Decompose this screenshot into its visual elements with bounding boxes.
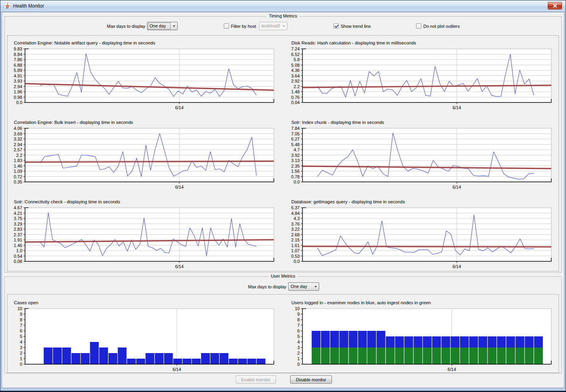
user-metrics-title: User Metrics xyxy=(268,274,298,278)
svg-text:2.35: 2.35 xyxy=(291,164,300,168)
svg-text:1.07: 1.07 xyxy=(291,248,300,253)
svg-text:5.8: 5.8 xyxy=(294,57,300,62)
svg-text:2.68: 2.68 xyxy=(291,232,300,237)
svg-text:2.2: 2.2 xyxy=(294,84,300,89)
svg-text:0: 0 xyxy=(297,362,300,367)
svg-text:2: 2 xyxy=(20,351,22,355)
window-content: Timing Metrics Max days to display One d… xyxy=(2,12,564,388)
svg-text:3.29: 3.29 xyxy=(14,222,22,226)
show-trend-line-checkbox-box[interactable] xyxy=(333,23,339,29)
svg-text:3.64: 3.64 xyxy=(291,73,300,78)
svg-text:6.52: 6.52 xyxy=(291,52,300,57)
svg-text:6/14: 6/14 xyxy=(173,367,181,372)
filter-by-host-label: Filter by host xyxy=(231,24,256,29)
svg-text:6/14: 6/14 xyxy=(448,367,456,372)
close-button[interactable] xyxy=(548,2,562,10)
svg-text:4.84: 4.84 xyxy=(291,211,300,216)
svg-text:0: 0 xyxy=(20,362,22,367)
chevron-down-icon[interactable] xyxy=(171,22,177,30)
svg-text:3.75: 3.75 xyxy=(14,216,22,221)
health-monitor-window: Health Monitor Timing Metrics Max days t… xyxy=(0,0,566,392)
svg-text:6.88: 6.88 xyxy=(14,63,22,68)
svg-text:0.76: 0.76 xyxy=(291,95,300,100)
svg-text:3.22: 3.22 xyxy=(291,227,300,232)
host-filter-combo-value: testHost0 xyxy=(260,22,281,30)
svg-text:0.72: 0.72 xyxy=(14,174,22,179)
chart-cases-open: Cases open1098765432106/14 xyxy=(12,298,277,374)
svg-text:2.57: 2.57 xyxy=(14,147,22,152)
svg-text:0.08: 0.08 xyxy=(14,259,22,264)
svg-text:2.37: 2.37 xyxy=(14,232,22,237)
disable-monitor-button[interactable]: Disable monitor xyxy=(290,375,332,384)
svg-text:0.78: 0.78 xyxy=(291,174,300,179)
filter-by-host-checkbox-box[interactable] xyxy=(224,23,229,29)
svg-text:Solr: Index chunk - displaying: Solr: Index chunk - displaying time in s… xyxy=(291,120,384,125)
svg-text:1: 1 xyxy=(297,356,300,361)
svg-text:0.53: 0.53 xyxy=(291,254,300,259)
svg-text:5.48: 5.48 xyxy=(291,142,300,147)
svg-text:6.27: 6.27 xyxy=(291,137,300,141)
user-metrics-panel: User Metrics Max days to display One day… xyxy=(4,276,562,373)
svg-text:4.91: 4.91 xyxy=(14,73,22,78)
svg-text:4: 4 xyxy=(297,340,300,344)
svg-text:Solr: Connectivity check - dis: Solr: Connectivity check - displaying ti… xyxy=(14,199,120,204)
svg-text:0.0: 0.0 xyxy=(294,259,300,264)
do-not-plot-outliers-label: Do not plot outliers xyxy=(423,24,460,29)
chart-correlation-bulk-insert: Correlation Engine: Bulk insert - displa… xyxy=(12,118,277,191)
svg-text:3.76: 3.76 xyxy=(291,222,300,226)
svg-text:1.46: 1.46 xyxy=(14,164,22,168)
svg-text:1.56: 1.56 xyxy=(291,169,300,174)
svg-text:6/14: 6/14 xyxy=(452,185,461,189)
svg-text:1.91: 1.91 xyxy=(14,238,22,242)
svg-text:2: 2 xyxy=(297,351,300,355)
svg-text:6/14: 6/14 xyxy=(452,264,461,269)
svg-text:4.21: 4.21 xyxy=(14,211,22,216)
svg-text:3: 3 xyxy=(20,345,22,350)
window-title: Health Monitor xyxy=(13,3,44,9)
chart-solr-index-chunk: Solr: Index chunk - displaying time in s… xyxy=(289,118,554,191)
chart-solr-connectivity-check: Solr: Connectivity check - displaying ti… xyxy=(12,197,277,271)
svg-text:1.48: 1.48 xyxy=(291,89,300,94)
chart-users-logged-in: Users logged in - examiner nodes in blue… xyxy=(289,298,554,374)
svg-text:8: 8 xyxy=(297,317,300,322)
svg-text:Correlation Engine: Notable ar: Correlation Engine: Notable artifact que… xyxy=(14,41,155,45)
svg-text:8: 8 xyxy=(20,317,22,322)
svg-text:6/14: 6/14 xyxy=(175,105,183,110)
svg-text:4: 4 xyxy=(20,340,22,344)
svg-text:2.92: 2.92 xyxy=(291,79,300,83)
svg-text:Cases open: Cases open xyxy=(14,300,38,305)
show-trend-line-checkbox[interactable]: Show trend line xyxy=(333,23,371,29)
svg-text:9: 9 xyxy=(297,312,300,317)
timing-metrics-panel: Timing Metrics Max days to display One d… xyxy=(4,16,562,272)
svg-text:1.83: 1.83 xyxy=(14,158,22,163)
svg-text:4.36: 4.36 xyxy=(291,68,300,73)
svg-text:2.94: 2.94 xyxy=(14,142,22,147)
chevron-down-icon xyxy=(281,22,287,30)
max-days-combo[interactable]: One day xyxy=(147,22,178,30)
svg-text:2.15: 2.15 xyxy=(291,238,300,242)
chevron-down-icon[interactable] xyxy=(312,283,319,290)
user-charts-box: Cases open1098765432106/14 Users logged … xyxy=(7,294,559,373)
max-days-label: Max days to display xyxy=(107,24,145,29)
do-not-plot-outliers-checkbox-box[interactable] xyxy=(416,23,421,29)
user-max-days-combo[interactable]: One day xyxy=(288,282,319,291)
max-days-combo-value: One day xyxy=(147,22,171,30)
svg-text:2.83: 2.83 xyxy=(14,227,22,232)
svg-text:1.61: 1.61 xyxy=(291,243,300,248)
svg-text:4.67: 4.67 xyxy=(14,205,22,210)
filter-by-host-checkbox[interactable]: Filter by host xyxy=(224,23,256,29)
svg-text:7.86: 7.86 xyxy=(14,57,22,62)
user-max-days-label: Max days to display xyxy=(248,284,287,289)
svg-text:2.94: 2.94 xyxy=(14,84,22,89)
user-max-days-combo-value: One day xyxy=(289,283,312,290)
chart-database-getimages-query: Database: getImages query - displaying t… xyxy=(289,197,554,271)
svg-text:0.98: 0.98 xyxy=(14,95,22,100)
svg-text:7.05: 7.05 xyxy=(291,131,300,136)
do-not-plot-outliers-checkbox[interactable]: Do not plot outliers xyxy=(416,23,460,29)
svg-text:9: 9 xyxy=(20,312,22,317)
svg-text:4.06: 4.06 xyxy=(14,126,22,131)
svg-text:1.0: 1.0 xyxy=(16,248,22,253)
svg-text:6/14: 6/14 xyxy=(452,105,461,110)
titlebar[interactable]: Health Monitor xyxy=(0,0,566,12)
java-coffee-icon xyxy=(4,3,11,9)
